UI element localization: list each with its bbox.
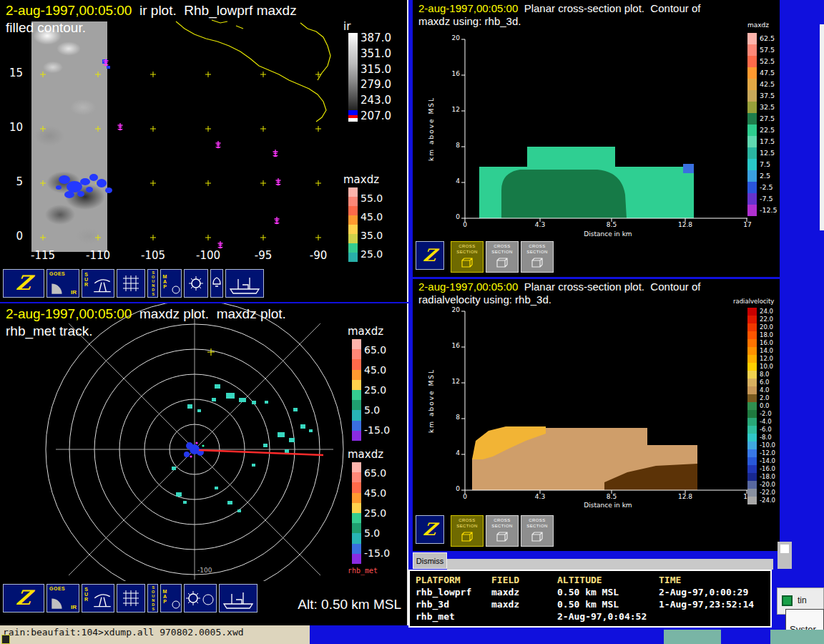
colorbar-row: 16.0: [747, 339, 775, 347]
colorbar-tick-label: 12.0: [760, 356, 773, 362]
colorbar-tick-label: -20.0: [760, 482, 775, 488]
cross-section-button-3[interactable]: CROSS SECTION: [521, 515, 554, 547]
cross-section-button-1[interactable]: CROSS SECTION: [451, 241, 484, 273]
window-label: tin: [798, 595, 807, 605]
colorbar-tick-label: 14.0: [760, 348, 773, 354]
colorbar-segment: [348, 225, 358, 234]
colorbar-row: 2.5: [747, 170, 778, 182]
zeb-logo-button[interactable]: Z: [416, 515, 444, 544]
gear-button[interactable]: [184, 269, 208, 298]
colorbar-tick-label: -16.0: [760, 466, 775, 472]
colorbar-row: -22.0: [747, 489, 775, 497]
maxdz-colorbar-label: maxdz: [348, 325, 383, 338]
colorbar-tick-label: 18.0: [760, 332, 773, 338]
grid-button[interactable]: [117, 584, 145, 613]
ir-enhancement-blobs: [56, 59, 112, 198]
platform-status-window: PLATFORM FIELD ALTITUDE TIME rhb_lowprfm…: [408, 570, 772, 628]
ship-button[interactable]: [225, 269, 264, 298]
cross-section-button-2[interactable]: CROSS SECTION: [486, 241, 519, 273]
dismiss-button[interactable]: Dismiss: [413, 552, 447, 569]
terminal-window[interactable]: rain:beaufait:104>xdump.all 970802.0005.…: [0, 625, 310, 644]
colorbar-tick-label: 315.0: [360, 64, 391, 75]
cross-section-plot-area[interactable]: [413, 279, 780, 551]
colorbar-swatch: [747, 33, 757, 44]
radar-plot-area[interactable]: [0, 303, 408, 581]
map-button[interactable]: MAP: [160, 269, 182, 298]
radar-dish-icon: [92, 275, 113, 296]
map-globe-icon: [172, 600, 180, 609]
colorbar-row: 12.5: [747, 147, 778, 159]
zeb-logo-button[interactable]: Z: [3, 584, 44, 613]
color-swatch-button[interactable]: [782, 595, 793, 606]
colorbar-row: -7.5: [747, 193, 778, 205]
plot-title-text: Planar cross-section plot. Contour of: [518, 2, 700, 14]
x-tick: 8.5: [600, 222, 623, 228]
colorbar-tick-label: 47.5: [760, 69, 775, 77]
ship-button[interactable]: [219, 584, 258, 613]
scrollbar-thumb[interactable]: [780, 545, 789, 553]
colorbar-tick-label: 37.5: [760, 92, 775, 99]
colorbar-tick-label: 65.0: [364, 345, 390, 355]
cross-section-button-3[interactable]: CROSS SECTION: [521, 241, 554, 273]
colorbar-tick-label: -22.0: [760, 489, 775, 496]
surface-radar-button[interactable]: SUR: [82, 269, 114, 298]
colorbar-swatch: [747, 323, 757, 331]
colorbar-swatch: [747, 102, 757, 113]
colorbar-swatch: [747, 465, 757, 473]
cross-label: CROSS: [494, 518, 510, 523]
grid-button[interactable]: [117, 269, 145, 298]
sounds-button[interactable]: SOUNDS: [147, 584, 158, 613]
colorbar-segment: [348, 243, 358, 253]
cube-icon: [529, 255, 546, 270]
colorbar-tick-label: 65.0: [364, 468, 390, 478]
colorbar-tick-label: 7.5: [760, 161, 770, 168]
platform-table: PLATFORM FIELD ALTITUDE TIME rhb_lowprfm…: [410, 571, 770, 625]
colorbar-row: -20.0: [747, 481, 775, 489]
gear-circle-button[interactable]: [184, 584, 217, 613]
map-button[interactable]: MAP: [160, 584, 182, 613]
sounds-label: SOUNDS: [151, 270, 155, 296]
scrollbar-fragment[interactable]: [778, 542, 792, 569]
radar-dish-icon: [92, 590, 113, 610]
y-tick: 15: [4, 68, 23, 79]
colorbar-tick-label: 22.0: [760, 316, 773, 323]
y-tick: 10: [4, 122, 23, 133]
colorbar-tick-label: -2.5: [760, 184, 773, 191]
colorbar-tick-label: 10.0: [760, 364, 773, 370]
colorbar-segment: [348, 253, 358, 262]
surface-radar-button[interactable]: SUR: [82, 584, 114, 613]
maxdz-colorbar-label: maxdz: [343, 173, 379, 186]
x-tick: -95: [246, 250, 280, 261]
x-tick: -90: [301, 250, 335, 261]
colorbar-swatch: [747, 170, 757, 182]
colorbar-row: -14.0: [747, 457, 775, 465]
zeb-logo-button[interactable]: Z: [3, 269, 44, 298]
colorbar-segment: [352, 349, 361, 359]
velocity-colorbar-label: radialvelocity: [733, 298, 774, 305]
colorbar-row: -8.0: [747, 434, 775, 441]
colorbar-segment: [348, 206, 358, 215]
colorbar-tick-label: 22.5: [760, 127, 775, 134]
colorbar-tick-label: -4.0: [760, 419, 772, 425]
colorbar-row: -16.0: [747, 465, 775, 473]
colorbar-tick-label: 35.0: [360, 230, 383, 240]
colorbar-row: 47.5: [747, 67, 778, 79]
cross-section-button-1[interactable]: CROSS SECTION: [451, 515, 484, 547]
colorbar-swatch: [747, 457, 757, 465]
cross-label: CROSS: [458, 244, 475, 249]
goes-ir-button[interactable]: GOES IR: [46, 269, 79, 298]
desktop: 2-aug-1997,00:05:00 ir plot. Rhb_lowprf …: [0, 0, 824, 644]
colorbar-swatch: [747, 193, 757, 205]
sounds-button[interactable]: SOUNDS: [147, 269, 158, 298]
colorbar-tick-label: 52.5: [760, 58, 775, 65]
goes-ir-button[interactable]: GOES IR: [46, 584, 79, 613]
colorbar-swatch: [747, 355, 757, 363]
colorbar-tick-label: 4.0: [760, 387, 770, 394]
colorbar-segment: [352, 370, 361, 380]
cross-section-button-2[interactable]: CROSS SECTION: [486, 515, 519, 547]
colorbar-row: 62.5: [747, 33, 778, 44]
section-label: SECTION: [456, 524, 477, 529]
colorbar-tick-label: 6.0: [760, 379, 770, 386]
bell-button[interactable]: [210, 269, 223, 298]
zeb-logo-button[interactable]: Z: [416, 241, 444, 270]
